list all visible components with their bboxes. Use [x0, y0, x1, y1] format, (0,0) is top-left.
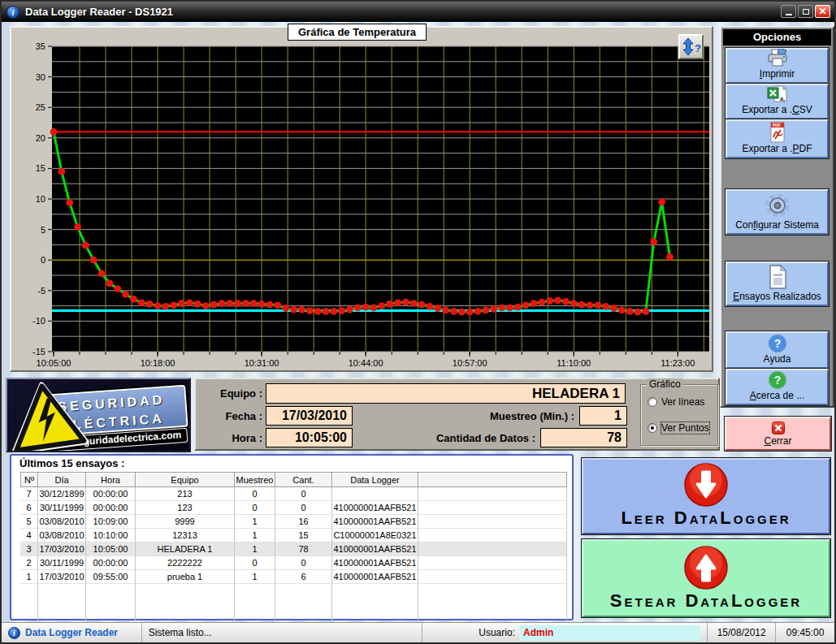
table-cell: 30/12/1899	[38, 487, 86, 501]
table-cell	[418, 556, 567, 570]
imprimir-button[interactable]: Imprimir	[726, 48, 829, 84]
radio-circle-puntos[interactable]	[648, 423, 657, 433]
svg-text:5: 5	[41, 225, 45, 235]
cerrar-button[interactable]: Cerrar	[725, 417, 831, 451]
table-cell: 410000001AAFB521	[332, 556, 418, 570]
table-cell: 5	[20, 515, 38, 529]
table-row[interactable]: 403/08/201010:10:0012313115C10000001A8E0…	[20, 529, 567, 542]
radio-lineas-label[interactable]: Ver líneas	[661, 396, 704, 408]
svg-text:11:23:00: 11:23:00	[661, 358, 695, 368]
printer-icon	[766, 49, 789, 68]
options-panel: Opciones Imprimir a,	[720, 26, 834, 408]
export-csv-label: Exportar a .CSV	[742, 104, 812, 115]
down-arrow-icon	[683, 459, 729, 508]
svg-text:10:57:00: 10:57:00	[453, 358, 487, 368]
table-cell: 1	[235, 542, 275, 556]
table-cell: 16	[275, 515, 332, 529]
status-message: Sistema listo...	[149, 627, 212, 638]
table-row[interactable]: 503/08/201010:09:009999116410000001AAFB5…	[20, 515, 567, 529]
table-cell: 1	[235, 515, 275, 529]
table-cell: 9999	[136, 515, 235, 529]
setear-datalogger-button[interactable]: Setear DataLogger	[582, 539, 830, 617]
maximize-button[interactable]	[798, 5, 813, 18]
table-cell: 410000001AAFB521	[332, 501, 418, 515]
table-cell	[418, 487, 567, 501]
table-row[interactable]: 317/03/201010:05:00HELADERA 117841000000…	[20, 542, 567, 556]
table-cell: 10:05:00	[86, 542, 136, 556]
radio-ver-lineas[interactable]: Ver líneas	[648, 396, 704, 408]
svg-text:10:05:00: 10:05:00	[37, 358, 71, 368]
table-header-cell[interactable]: Hora	[86, 472, 136, 487]
table-cell: 1	[235, 570, 275, 584]
fecha-field[interactable]: 17/03/2010	[266, 406, 353, 426]
radio-circle-lineas[interactable]	[648, 397, 657, 407]
radio-puntos-label[interactable]: Ver Puntos	[661, 422, 709, 434]
export-pdf-button[interactable]: PDF Exportar a .PDF	[726, 119, 829, 158]
ayuda-button[interactable]: ? Ayuda	[726, 331, 829, 369]
svg-text:-10: -10	[32, 316, 45, 326]
seguridad-electrica-logo: SEGURIDAD ELÉCTRICA www.seguridadelectri…	[6, 378, 191, 452]
export-csv-button[interactable]: a, Exportar a .CSV	[726, 84, 829, 119]
muestreo-field[interactable]: 1	[579, 406, 627, 426]
table-cell: C10000001A8E0321	[332, 529, 418, 542]
document-icon	[767, 263, 788, 291]
cantidad-field[interactable]: 78	[540, 428, 627, 447]
table-row[interactable]: 630/11/199900:00:0012300410000001AAFB521	[20, 501, 567, 515]
leer-datalogger-button[interactable]: Leer DataLogger	[582, 458, 830, 534]
table-cell: 10:10:00	[86, 529, 136, 542]
table-header-cell[interactable]: Muestreo	[235, 472, 275, 487]
updown-arrow-icon: ?	[682, 37, 701, 57]
configurar-sistema-button[interactable]: Configurar Sistema	[726, 189, 829, 235]
gear-icon	[764, 191, 791, 219]
minimize-button[interactable]	[781, 5, 796, 18]
app-window: i Data Logger Reader - DS1921 ✕ 35302520…	[0, 0, 836, 644]
table-header-cell[interactable]	[418, 472, 567, 487]
close-red-icon	[772, 421, 785, 434]
table-cell	[418, 529, 567, 542]
grafico-groupbox: Gráfico Ver líneas Ver Puntos	[640, 384, 718, 446]
table-row[interactable]: 117/03/201009:55:00prueba 116410000001AA…	[20, 570, 567, 584]
ensayos-label: Ensayos Realizados	[733, 291, 821, 302]
usuario-label: Usuario:	[429, 627, 520, 638]
close-button[interactable]: ✕	[815, 5, 830, 18]
chart-help-button[interactable]: ?	[678, 34, 704, 59]
table-header-cell[interactable]: Equipo	[136, 472, 235, 487]
svg-text:15: 15	[36, 163, 45, 173]
acerca-button[interactable]: ? Acerca de ...	[726, 369, 829, 405]
svg-text:10:18:00: 10:18:00	[141, 358, 175, 368]
title-bar: i Data Logger Reader - DS1921 ✕	[2, 2, 834, 22]
hora-field[interactable]: 10:05:00	[266, 428, 353, 447]
table-cell: 30/11/1999	[38, 501, 86, 515]
equipo-field[interactable]: HELADERA 1	[266, 383, 626, 404]
usuario-value: Admin	[520, 625, 700, 641]
table-cell: 2	[20, 556, 38, 570]
table-header-cell[interactable]: Cant. Muestras	[275, 472, 332, 487]
table-cell: 0	[235, 501, 275, 515]
acerca-label: Acerca de ...	[750, 390, 804, 401]
table-header-cell[interactable]: Día	[38, 472, 86, 487]
temperature-chart: 35302520151050-5-10-1510:05:0010:18:0010…	[11, 28, 712, 370]
table-cell: 30/11/1999	[38, 556, 86, 570]
svg-text:-15: -15	[32, 347, 45, 357]
table-row[interactable]: 230/11/199900:00:00222222200410000001AAF…	[20, 556, 567, 570]
table-row[interactable]: 730/12/189900:00:0021300	[20, 487, 567, 501]
table-cell: HELADERA 1	[136, 542, 235, 556]
table-cell: 6	[20, 501, 38, 515]
radio-ver-puntos[interactable]: Ver Puntos	[648, 422, 709, 434]
muestreo-label: Muestreo (Min.) :	[423, 410, 574, 422]
svg-text:?: ?	[773, 337, 781, 350]
hora-label: Hora :	[202, 432, 262, 444]
table-cell	[418, 542, 567, 556]
table-cell	[332, 487, 418, 501]
table-header-cell[interactable]: Nº	[20, 472, 38, 487]
svg-text:35: 35	[36, 41, 45, 51]
window-title: Data Logger Reader - DS1921	[25, 6, 173, 18]
table-cell: 0	[235, 487, 275, 501]
table-cell: 00:00:00	[86, 501, 136, 515]
grafico-group-label: Gráfico	[647, 378, 683, 390]
ensayos-panel: Últimos 15 ensayos : NºDíaHoraEquipoMues…	[10, 454, 574, 620]
table-cell: 4	[20, 529, 38, 542]
ensayos-realizados-button[interactable]: Ensayos Realizados	[726, 261, 829, 306]
table-cell: 123	[136, 501, 235, 515]
table-header-cell[interactable]: Data Logger	[332, 472, 418, 487]
